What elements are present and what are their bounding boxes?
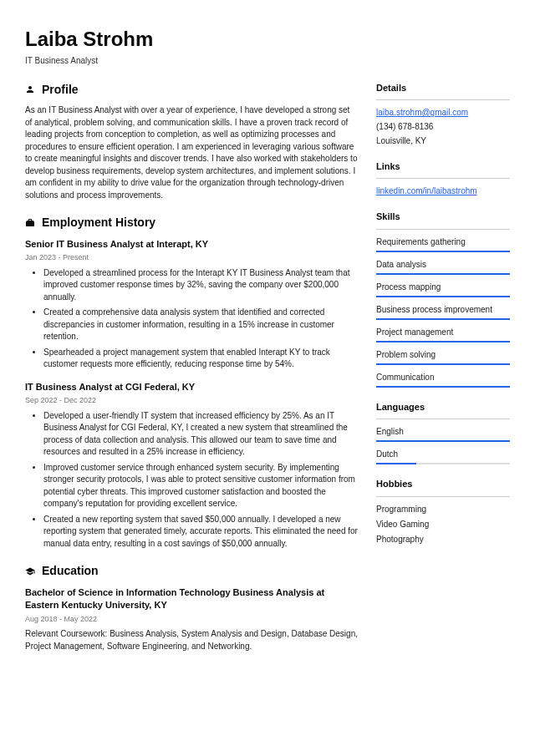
job-dates: Sep 2022 - Dec 2022: [25, 395, 358, 406]
bar-fill: [376, 273, 510, 275]
skill: Business process improvement: [376, 304, 510, 320]
skill-name: Business process improvement: [376, 304, 510, 316]
section-header: Education: [25, 563, 358, 580]
language-name: English: [376, 426, 510, 438]
language: English: [376, 426, 510, 442]
bar: [376, 386, 510, 388]
profile-heading: Profile: [42, 82, 79, 99]
bar-fill: [376, 440, 510, 442]
bullet: Created a new reporting system that save…: [43, 514, 358, 551]
bar: [376, 463, 510, 464]
bullet: Spearheaded a project management system …: [43, 347, 358, 371]
body: Profile As an IT Business Analyst with o…: [25, 82, 510, 667]
links-section: Links linkedin.com/in/laibastrohm: [376, 160, 510, 197]
skill-name: Data analysis: [376, 259, 510, 271]
profile-text: As an IT Business Analyst with over a ye…: [25, 104, 358, 201]
person-icon: [25, 84, 35, 94]
header: Laiba Strohm IT Business Analyst: [25, 25, 510, 67]
job: Senior IT Business Analyst at Interapt, …: [25, 238, 358, 371]
hobbies-section: Hobbies ProgrammingVideo GamingPhotograp…: [376, 478, 510, 545]
location: Louisville, KY: [376, 135, 510, 147]
graduation-icon: [25, 566, 35, 576]
bar: [376, 363, 510, 365]
bar: [376, 318, 510, 320]
bar: [376, 273, 510, 275]
name: Laiba Strohm: [25, 25, 510, 53]
skill-name: Project management: [376, 327, 510, 338]
bar-fill: [376, 463, 416, 464]
skills-section: Skills Requirements gatheringData analys…: [376, 211, 510, 387]
education-heading: Education: [42, 563, 99, 580]
skill: Process mapping: [376, 282, 510, 297]
job-title: IT Business Analyst at CGI Federal, KY: [25, 381, 358, 393]
main-column: Profile As an IT Business Analyst with o…: [25, 82, 358, 667]
language-name: Dutch: [376, 449, 510, 460]
bullet: Created a comprehensive data analysis sy…: [43, 307, 358, 343]
skill: Data analysis: [376, 259, 510, 275]
section-header: Employment History: [25, 215, 358, 231]
bar-fill: [376, 363, 510, 365]
bullet: Developed a user-friendly IT system that…: [43, 410, 358, 459]
degree: Bachelor of Science in Information Techn…: [25, 586, 358, 612]
divider: [376, 419, 510, 419]
profile-section: Profile As an IT Business Analyst with o…: [25, 82, 358, 202]
linkedin-link[interactable]: linkedin.com/in/laibastrohm: [376, 186, 477, 195]
bullet: Developed a streamlined process for the …: [43, 267, 358, 304]
languages-section: Languages EnglishDutch: [376, 401, 510, 464]
briefcase-icon: [25, 218, 35, 228]
skill: Requirements gathering: [376, 236, 510, 252]
divider: [376, 229, 510, 230]
job-bullets: Developed a streamlined process for the …: [25, 267, 358, 371]
employment-heading: Employment History: [42, 215, 155, 231]
skill: Communication: [376, 372, 510, 388]
bar-fill: [376, 386, 510, 388]
edu-desc: Relevant Coursework: Business Analysis, …: [25, 628, 358, 652]
section-header: Profile: [25, 82, 358, 99]
hobby: Photography: [376, 534, 510, 545]
bar-fill: [376, 296, 510, 297]
job-title: IT Business Analyst: [25, 55, 510, 67]
sidebar: Details laiba.strohm@gmail.com (134) 678…: [376, 82, 510, 667]
skill: Problem solving: [376, 349, 510, 365]
job-dates: Jan 2023 - Present: [25, 252, 358, 263]
job-title: Senior IT Business Analyst at Interapt, …: [25, 238, 358, 251]
job: IT Business Analyst at CGI Federal, KYSe…: [25, 381, 358, 550]
bar-fill: [376, 251, 510, 252]
bar-fill: [376, 318, 510, 320]
bullet: Improved customer service through enhanc…: [43, 462, 358, 510]
bar: [376, 440, 510, 442]
hobbies-heading: Hobbies: [376, 478, 510, 490]
details-heading: Details: [376, 82, 510, 94]
skill-name: Problem solving: [376, 349, 510, 361]
bar-fill: [376, 341, 510, 342]
bar: [376, 296, 510, 297]
languages-heading: Languages: [376, 401, 510, 414]
skill-name: Process mapping: [376, 282, 510, 293]
job-bullets: Developed a user-friendly IT system that…: [25, 410, 358, 551]
phone: (134) 678-8136: [376, 121, 510, 133]
bar: [376, 251, 510, 252]
details-section: Details laiba.strohm@gmail.com (134) 678…: [376, 82, 510, 147]
skills-heading: Skills: [376, 211, 510, 223]
bar: [376, 341, 510, 342]
education-section: Education Bachelor of Science in Informa…: [25, 563, 358, 652]
edu-dates: Aug 2018 - May 2022: [25, 614, 358, 625]
hobby: Video Gaming: [376, 519, 510, 530]
email-link[interactable]: laiba.strohm@gmail.com: [376, 108, 468, 117]
hobby: Programming: [376, 504, 510, 515]
links-heading: Links: [376, 160, 510, 173]
skill-name: Communication: [376, 372, 510, 383]
divider: [376, 496, 510, 497]
skill: Project management: [376, 327, 510, 342]
skill-name: Requirements gathering: [376, 236, 510, 248]
language: Dutch: [376, 449, 510, 464]
divider: [376, 178, 510, 179]
employment-section: Employment History Senior IT Business An…: [25, 215, 358, 550]
divider: [376, 99, 510, 100]
